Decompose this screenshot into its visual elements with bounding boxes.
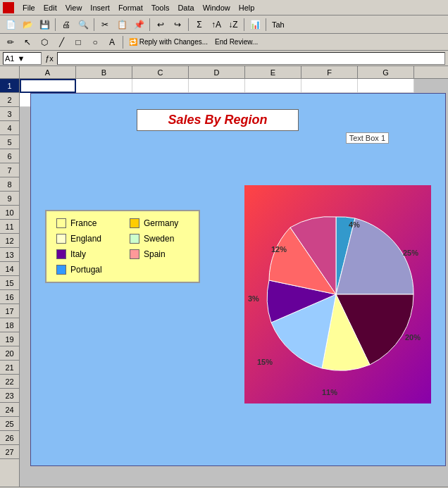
row-header-4[interactable]: 4 [0, 121, 19, 135]
new-button[interactable]: 📄 [3, 17, 18, 32]
chart-wizard-button[interactable]: 📊 [247, 17, 263, 32]
legend-item-france: France [56, 218, 116, 228]
reply-changes-label: 🔁 Reply with Changes... [126, 38, 211, 46]
cell-g1[interactable] [358, 79, 414, 93]
arrow-button[interactable]: ↖ [20, 35, 35, 50]
print-button[interactable]: 🖨 [58, 17, 74, 32]
sort-desc-button[interactable]: ↓Z [225, 17, 241, 32]
col-header-e[interactable]: E [245, 66, 301, 78]
row-header-19[interactable]: 19 [0, 332, 19, 346]
menu-help[interactable]: Help [235, 2, 259, 13]
row-header-11[interactable]: 11 [0, 220, 19, 234]
row-header-16[interactable]: 16 [0, 290, 19, 304]
paste-button[interactable]: 📌 [131, 17, 147, 32]
print-preview-button[interactable]: 🔍 [75, 17, 91, 32]
row-header-3[interactable]: 3 [0, 107, 19, 121]
toolbar-2: ✏ ↖ ⬡ ╱ □ ○ A 🔁 Reply with Changes... En… [0, 34, 448, 51]
separator-2 [94, 18, 94, 31]
redo-button[interactable]: ↪ [170, 17, 185, 32]
draw-button[interactable]: ✏ [3, 35, 18, 50]
row-header-25[interactable]: 25 [0, 417, 19, 431]
legend-swatch-germany [130, 218, 139, 228]
cell-c1[interactable] [132, 79, 189, 93]
textbox-button[interactable]: A [104, 35, 120, 50]
row-header-22[interactable]: 22 [0, 375, 19, 389]
corner-cell[interactable] [0, 66, 20, 78]
row-header-21[interactable]: 21 [0, 361, 19, 375]
legend-swatch-england [56, 234, 66, 244]
font-name-label: Tah [269, 20, 287, 29]
row-header-15[interactable]: 15 [0, 276, 19, 290]
menu-window[interactable]: Window [199, 2, 235, 13]
cut-button[interactable]: ✂ [97, 17, 113, 32]
cell-f1[interactable] [301, 79, 358, 93]
sort-asc-button[interactable]: ↑A [209, 17, 224, 32]
cell-e1[interactable] [245, 79, 301, 93]
menu-file[interactable]: File [18, 2, 39, 13]
save-button[interactable]: 💾 [37, 17, 52, 32]
separator-4 [188, 18, 189, 31]
pct-label-3: 3% [248, 294, 259, 303]
col-header-f[interactable]: F [301, 66, 358, 78]
row-header-23[interactable]: 23 [0, 389, 19, 403]
legend-swatch-sweden [130, 234, 139, 244]
oval-button[interactable]: ○ [87, 35, 103, 50]
menu-tools[interactable]: Tools [147, 2, 174, 13]
legend-label-spain: Spain [144, 249, 166, 259]
formula-icon[interactable]: ƒx [43, 52, 56, 65]
cell-a1[interactable] [20, 79, 76, 93]
row-header-5[interactable]: 5 [0, 135, 19, 149]
row-header-20[interactable]: 20 [0, 346, 19, 361]
legend-item-spain: Spain [130, 249, 189, 259]
cell-reference[interactable]: A1 ▼ [3, 52, 42, 65]
row-header-26[interactable]: 26 [0, 431, 19, 445]
grid-body: Sales By Region Text Box 1 France [20, 79, 448, 487]
separator-7 [123, 36, 123, 49]
pie-chart-svg: 4% 25% 20% 11% 15% 3% 12% [244, 185, 431, 403]
line-button[interactable]: ╱ [54, 35, 69, 50]
rect-button[interactable]: □ [70, 35, 86, 50]
menu-insert[interactable]: Insert [86, 2, 114, 13]
row-header-9[interactable]: 9 [0, 192, 19, 206]
undo-button[interactable]: ↩ [153, 17, 168, 32]
copy-button[interactable]: 📋 [114, 17, 130, 32]
legend-item-italy: Italy [56, 249, 116, 259]
text-box-label[interactable]: Text Box 1 [346, 132, 389, 144]
open-button[interactable]: 📂 [20, 17, 35, 32]
row-header-24[interactable]: 24 [0, 403, 19, 417]
chart-title: Sales By Region [137, 109, 299, 131]
row-header-12[interactable]: 12 [0, 234, 19, 248]
row-header-10[interactable]: 10 [0, 206, 19, 220]
table-row [20, 79, 448, 93]
menu-format[interactable]: Format [114, 2, 147, 13]
row-header-6[interactable]: 6 [0, 149, 19, 163]
row-header-1[interactable]: 1 [0, 79, 19, 93]
row-header-18[interactable]: 18 [0, 318, 19, 332]
row-header-2[interactable]: 2 [0, 93, 19, 107]
toolbar-1: 📄 📂 💾 🖨 🔍 ✂ 📋 📌 ↩ ↪ Σ ↑A ↓Z 📊 Tah [0, 15, 448, 34]
autoshapes-button[interactable]: ⬡ [37, 35, 52, 50]
cell-d1[interactable] [189, 79, 245, 93]
col-header-a[interactable]: A [20, 66, 76, 78]
col-header-c[interactable]: C [132, 66, 189, 78]
col-header-b[interactable]: B [76, 66, 132, 78]
legend-swatch-spain [130, 249, 139, 259]
row-header-14[interactable]: 14 [0, 262, 19, 276]
menu-edit[interactable]: Edit [39, 2, 61, 13]
chart-container[interactable]: Sales By Region Text Box 1 France [30, 93, 446, 466]
formula-input[interactable] [57, 52, 445, 65]
row-header-13[interactable]: 13 [0, 248, 19, 262]
col-header-d[interactable]: D [189, 66, 245, 78]
legend-label-germany: Germany [144, 218, 178, 228]
col-header-g[interactable]: G [358, 66, 414, 78]
row-header-17[interactable]: 17 [0, 304, 19, 318]
row-header-8[interactable]: 8 [0, 177, 19, 192]
legend-label-france: France [70, 218, 97, 228]
pct-label-11: 11% [322, 388, 337, 396]
row-header-7[interactable]: 7 [0, 163, 19, 177]
autosum-button[interactable]: Σ [192, 17, 207, 32]
cell-b1[interactable] [76, 79, 132, 93]
menu-data[interactable]: Data [173, 2, 198, 13]
menu-view[interactable]: View [61, 2, 87, 13]
row-header-27[interactable]: 27 [0, 445, 19, 459]
